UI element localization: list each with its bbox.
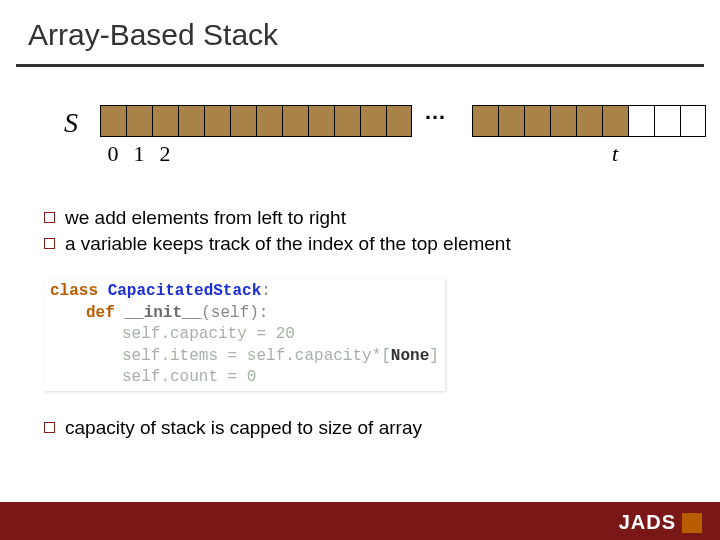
bullet-text: a variable keeps track of the index of t…: [65, 233, 511, 255]
code-none-literal: None: [391, 347, 429, 365]
array-cell: [100, 105, 126, 137]
bullet-list-2: capacity of stack is capped to size of a…: [44, 417, 720, 439]
code-line-part: self.items = self.capacity*[: [122, 347, 391, 365]
logo-text: JADS: [619, 511, 676, 534]
array-cell: [360, 105, 386, 137]
code-line: self.capacity = 20: [50, 324, 439, 346]
footer-logo: JADS: [619, 511, 702, 534]
index-label-t: t: [602, 141, 628, 167]
code-keyword: class: [50, 282, 98, 300]
code-line: self.count = 0: [50, 367, 439, 389]
slide-title: Array-Based Stack: [0, 0, 720, 60]
bullet-marker-icon: [44, 422, 55, 433]
bullet-text: capacity of stack is capped to size of a…: [65, 417, 422, 439]
code-line-part: ]: [429, 347, 439, 365]
index-label-1: 1: [126, 141, 152, 167]
code-snippet: class CapacitatedStack: def __init__(sel…: [44, 279, 445, 391]
array-cell-empty: [628, 105, 654, 137]
array-cell: [524, 105, 550, 137]
code-classname: CapacitatedStack: [108, 282, 262, 300]
array-cell: [472, 105, 498, 137]
array-cell: [602, 105, 628, 137]
bullet-list-1: we add elements from left to right a var…: [44, 207, 720, 255]
array-cell: [230, 105, 256, 137]
array-cell-empty: [680, 105, 706, 137]
array-cell: [126, 105, 152, 137]
array-diagram: S … 0 1 2: [64, 105, 720, 185]
bullet-item: capacity of stack is capped to size of a…: [44, 417, 720, 439]
array-cell-empty: [654, 105, 680, 137]
array-cell: [152, 105, 178, 137]
bullet-text: we add elements from left to right: [65, 207, 346, 229]
array-cell: [498, 105, 524, 137]
code-punct: :: [261, 282, 271, 300]
code-keyword: def: [86, 304, 115, 322]
array-right-segment: [472, 105, 706, 137]
array-cell: [256, 105, 282, 137]
ellipsis: …: [424, 99, 448, 125]
slide: Array-Based Stack S …: [0, 0, 720, 540]
array-cell: [550, 105, 576, 137]
code-fn-args: (self):: [201, 304, 268, 322]
array-cell: [204, 105, 230, 137]
bullet-item: a variable keeps track of the index of t…: [44, 233, 720, 255]
bullet-item: we add elements from left to right: [44, 207, 720, 229]
code-fn-name: __init__: [124, 304, 201, 322]
array-cell: [178, 105, 204, 137]
array-cell: [282, 105, 308, 137]
array-cell: [576, 105, 602, 137]
array-cell: [334, 105, 360, 137]
bullet-marker-icon: [44, 212, 55, 223]
array-cell: [386, 105, 412, 137]
bullet-marker-icon: [44, 238, 55, 249]
footer-bar: JADS: [0, 502, 720, 540]
index-label-0: 0: [100, 141, 126, 167]
title-underline: [16, 64, 704, 67]
array-cell: [308, 105, 334, 137]
index-label-2: 2: [152, 141, 178, 167]
array-left-segment: [100, 105, 412, 137]
logo-square-icon: [682, 513, 702, 533]
array-label-s: S: [64, 107, 78, 139]
